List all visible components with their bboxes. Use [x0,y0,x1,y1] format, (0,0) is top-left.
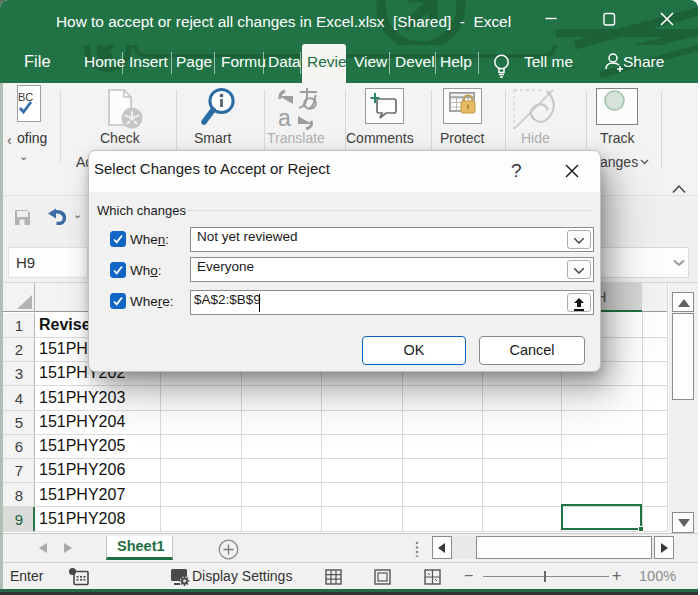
svg-text:a: a [278,105,291,130]
